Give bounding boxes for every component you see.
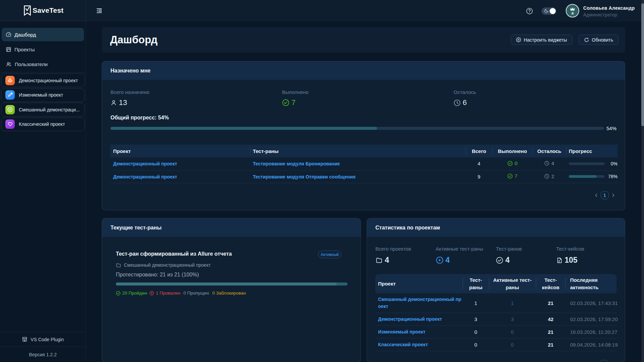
svg-text:a: a: [571, 10, 574, 15]
